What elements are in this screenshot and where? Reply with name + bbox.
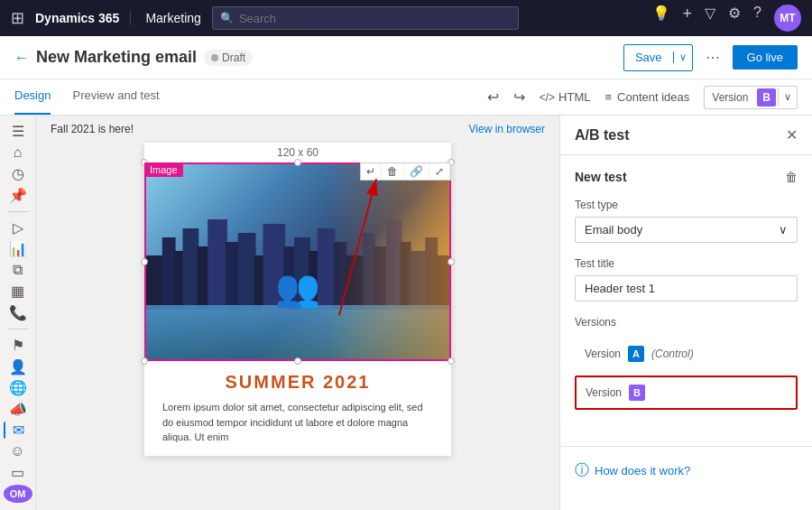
sidebar-item-pin[interactable]: 📌 [4,187,32,205]
sidebar-item-box[interactable]: ▭ [4,464,32,482]
app-name: Dynamics 365 [35,11,131,25]
view-in-browser-link[interactable]: View in browser [469,123,545,135]
search-input[interactable] [239,12,511,25]
version-a-control: (Control) [651,348,694,360]
handle-bc [294,357,301,365]
save-button[interactable]: Save ∨ [623,44,693,71]
tab-design[interactable]: Design [14,79,51,115]
tab-bar: Design Preview and test ↩ ↪ </> HTML ≡ C… [0,79,812,116]
help-icon[interactable]: ? [753,5,761,32]
test-header: New test 🗑 [575,170,798,184]
handle-br [448,357,455,365]
version-b-badge: B [629,385,645,401]
test-title-field: Test title [575,257,798,301]
more-button[interactable]: ⋯ [700,49,725,66]
sidebar-item-phone[interactable]: 📞 [4,304,32,322]
left-sidebar: ☰ ⌂ ◷ 📌 ▷ 📊 ⧉ ▦ 📞 ⚑ 👤 🌐 📣 ✉ ☺ ▭ OM [0,116,36,510]
versions-field: Versions Version A (Control) Version B [575,316,798,410]
test-type-select[interactable]: Email body ∨ [575,217,798,243]
search-icon: 🔍 [220,12,234,24]
handle-mr [448,258,455,265]
sidebar-item-flag[interactable]: ⚑ [4,337,32,355]
test-type-label: Test type [575,199,798,211]
version-a-row[interactable]: Version A (Control) [575,338,798,370]
svg-rect-5 [208,219,227,310]
content-ideas-button[interactable]: ≡ Content ideas [604,90,689,104]
sidebar-item-calendar[interactable]: ▦ [4,283,32,301]
handle-ml [141,258,148,265]
sidebar-item-globe[interactable]: 🌐 [4,379,32,397]
body-text: Lorem ipsum dolor sit amet, consectetur … [162,400,433,445]
html-label: HTML [558,90,590,104]
ab-test-panel: A/B test ✕ New test 🗑 Test type Email bo… [559,116,812,510]
email-canvas: 120 x 60 Image A/B ↵ 🗑 🔗 ⤢ [144,143,451,456]
help-circle-icon: ⓘ [575,461,589,480]
panel-close-button[interactable]: ✕ [786,126,798,144]
people-silhouette: 👥 [275,267,320,310]
filter-icon[interactable]: ▽ [705,5,715,32]
svg-rect-1 [162,237,176,310]
content-ideas-label: Content ideas [617,90,689,104]
version-letter: B [757,88,776,107]
expand-icon[interactable]: ⤢ [429,163,450,180]
back-button[interactable]: ← [14,50,29,66]
html-button[interactable]: </> HTML [540,90,591,104]
status-dot [211,54,218,61]
sidebar-item-person[interactable]: 👤 [4,357,32,376]
image-toolbar: ↵ 🗑 🔗 ⤢ [360,162,451,181]
trash-icon[interactable]: 🗑 [382,163,404,180]
canvas-area: Fall 2021 is here! View in browser 120 x… [36,116,559,510]
sidebar-divider-2 [7,329,29,329]
redo-icon[interactable]: ↪ [513,88,525,106]
top-nav: ⊞ Dynamics 365 Marketing 🔍 💡 + ▽ ⚙ ? MT [0,0,812,36]
versions-label: Versions [575,316,798,329]
version-dropdown[interactable]: ∨ [778,88,797,106]
add-icon[interactable]: + [683,5,693,32]
grid-icon[interactable]: ⊞ [11,8,24,28]
fall-notice: Fall 2021 is here! [51,123,134,135]
status-text: Draft [222,51,245,64]
sidebar-item-email[interactable]: ✉ [4,422,32,440]
handle-bl [141,357,148,365]
handle-tc [294,159,301,166]
version-a-badge: A [628,346,644,362]
image-block: Image A/B ↵ 🗑 🔗 ⤢ [144,162,451,361]
how-does-it-work-link[interactable]: ⓘ How does it work? [575,461,798,480]
svg-rect-3 [183,228,199,310]
sidebar-item-play[interactable]: ▷ [4,219,32,237]
lightbulb-icon[interactable]: 💡 [652,5,670,32]
go-live-button[interactable]: Go live [733,45,798,70]
settings-icon[interactable]: ⚙ [728,5,741,32]
sidebar-item-recent[interactable]: ◷ [4,165,32,183]
sidebar-item-chart[interactable]: 📊 [4,240,32,258]
panel-footer: ⓘ How does it work? [560,446,812,495]
sidebar-item-megaphone[interactable]: 📣 [4,400,32,418]
sidebar-item-smiley[interactable]: ☺ [4,442,32,460]
tab-actions: ↩ ↪ </> HTML ≡ Content ideas Version B ∨ [487,86,798,109]
svg-rect-7 [238,233,256,310]
sidebar-divider-1 [7,211,29,212]
delete-test-button[interactable]: 🗑 [785,170,798,184]
svg-rect-4 [197,246,209,310]
avatar[interactable]: MT [774,5,801,32]
page-title: New Marketing email [36,48,197,67]
sidebar-item-copy[interactable]: ⧉ [4,262,32,280]
image-label: Image [144,162,183,177]
status-badge: Draft [204,50,253,66]
search-bar[interactable]: 🔍 [212,6,519,30]
test-title-input[interactable] [575,275,798,301]
undo-icon[interactable]: ↩ [487,88,499,106]
sidebar-item-avatar[interactable]: OM [4,485,32,503]
save-dropdown-arrow[interactable]: ∨ [673,51,692,63]
test-type-field: Test type Email body ∨ [575,199,798,243]
sidebar-item-menu[interactable]: ☰ [4,123,32,141]
enter-icon[interactable]: ↵ [361,163,382,180]
link-icon[interactable]: 🔗 [404,163,429,180]
version-b-row[interactable]: Version B [575,376,798,410]
test-name: New test [575,170,627,184]
sidebar-item-home[interactable]: ⌂ [4,144,32,162]
panel-body: New test 🗑 Test type Email body ∨ Test t… [560,155,812,439]
tab-preview-test[interactable]: Preview and test [72,79,159,115]
panel-header: A/B test ✕ [560,116,812,155]
toolbar-right: Save ∨ ⋯ Go live [623,44,798,71]
